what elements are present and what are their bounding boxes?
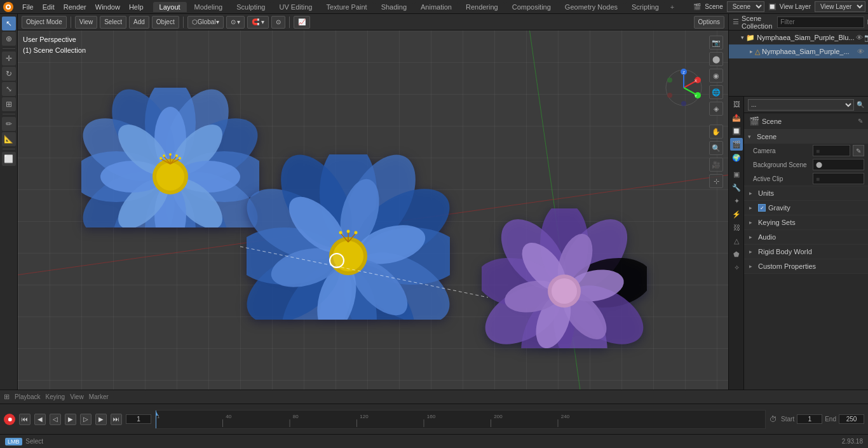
rigid-body-header[interactable]: ▸ Rigid Body World	[744, 245, 868, 259]
gravity-checkbox[interactable]: ✓	[758, 204, 766, 212]
menu-window[interactable]: Window	[91, 2, 125, 12]
menu-edit[interactable]: Edit	[38, 2, 59, 12]
outliner-filter-input[interactable]	[777, 17, 864, 28]
viewport-add-menu[interactable]: Add	[129, 16, 149, 29]
zoom-tool[interactable]: 🔍	[709, 141, 723, 155]
viewport-select-menu[interactable]: Select	[100, 16, 126, 29]
camera-value[interactable]: ■	[813, 145, 850, 156]
camera-edit-btn[interactable]: ✎	[853, 145, 864, 156]
viewport-object-menu[interactable]: Object	[152, 16, 179, 29]
tab-modeling[interactable]: Modeling	[188, 2, 229, 12]
next-keyframe-btn[interactable]: ▷	[80, 414, 92, 425]
record-button[interactable]: ⏺	[4, 414, 15, 425]
prop-modifier-icon[interactable]: 🔧	[730, 181, 743, 194]
options-btn[interactable]: Options	[694, 16, 724, 29]
jump-start-btn[interactable]: ⏮	[19, 414, 31, 425]
scale-tool[interactable]: ⤡	[2, 82, 16, 96]
tab-sculpting[interactable]: Sculpting	[230, 2, 271, 12]
cursor-tool[interactable]: ⊕	[2, 32, 16, 46]
shading-rendered[interactable]: 🌐	[709, 85, 723, 99]
prop-material-icon[interactable]: ⬟	[730, 248, 743, 261]
pivot-point[interactable]: ⊙ ▾	[226, 16, 245, 29]
background-scene-value[interactable]: ⬤	[813, 159, 864, 170]
end-frame-input[interactable]	[839, 414, 864, 424]
prop-render-icon[interactable]: 🖼	[730, 98, 743, 111]
mode-selector[interactable]: Object Mode	[22, 16, 67, 29]
units-header[interactable]: ▸ Units	[744, 186, 868, 200]
rotate-tool[interactable]: ↻	[2, 67, 16, 81]
tab-scripting[interactable]: Scripting	[625, 2, 665, 12]
tab-geometry-nodes[interactable]: Geometry Nodes	[559, 2, 624, 12]
transform-tool[interactable]: ⊞	[2, 97, 16, 111]
prop-physics-icon[interactable]: ⚡	[730, 208, 743, 221]
move-tool[interactable]: ✛	[2, 51, 16, 65]
camera-icon-btn[interactable]: 📷	[709, 36, 723, 50]
playback-menu[interactable]: Playback	[15, 393, 41, 400]
toggle-icon-1[interactable]: ▸	[750, 48, 753, 55]
keying-sets-header[interactable]: ▸ Keying Sets	[744, 215, 868, 229]
tab-compositing[interactable]: Compositing	[506, 2, 557, 12]
transform-orientation[interactable]: ⬡ Global ▾	[187, 16, 224, 29]
add-workspace-btn[interactable]: +	[667, 2, 678, 12]
prop-shaderfx-icon[interactable]: ✧	[730, 261, 743, 274]
select-tool[interactable]: ↖	[2, 17, 16, 31]
mesh-visibility[interactable]: 👁	[857, 48, 864, 55]
tab-uv-editing[interactable]: UV Editing	[273, 2, 318, 12]
viewport-view-menu[interactable]: View	[75, 16, 98, 29]
current-frame-input[interactable]	[126, 414, 151, 424]
prop-world-icon[interactable]: 🌍	[730, 151, 743, 164]
keying-menu[interactable]: Keying	[46, 393, 65, 400]
tab-layout[interactable]: Layout	[153, 2, 187, 12]
hand-tool[interactable]: ✋	[709, 125, 723, 139]
timeline-ruler[interactable]: 1 40 80 120 160 200 240	[155, 410, 766, 429]
prop-output-icon[interactable]: 📤	[730, 111, 743, 124]
origin-tool[interactable]: ⊹	[709, 174, 723, 188]
props-header-select[interactable]: ...	[748, 99, 854, 111]
audio-header[interactable]: ▸ Audio	[744, 230, 868, 244]
custom-props-header[interactable]: ▸ Custom Properties	[744, 259, 868, 273]
toggle-icon-0[interactable]: ▾	[741, 34, 744, 41]
tab-animation[interactable]: Animation	[414, 2, 458, 12]
shading-solid[interactable]: ⬤	[709, 52, 723, 66]
visibility-toggle[interactable]: 👁	[856, 34, 863, 42]
render-toggle[interactable]: 📷	[864, 34, 868, 42]
props-header-search[interactable]: 🔍	[857, 101, 864, 108]
scene-select[interactable]: Scene	[727, 1, 764, 12]
marker-menu[interactable]: Marker	[89, 393, 109, 400]
viewport-canvas[interactable]: User Perspective (1) Scene Collection	[18, 31, 728, 390]
outliner-row-0[interactable]: ▾ 📁 Nymphaea_Siam_Purple_Blu... 👁 📷	[729, 31, 868, 44]
menu-render[interactable]: Render	[59, 2, 91, 12]
view-menu[interactable]: View	[70, 393, 84, 400]
menu-help[interactable]: Help	[125, 2, 148, 12]
navigation-gizmo[interactable]: X Y Z	[665, 69, 703, 107]
overlay-toggle[interactable]: ◈	[709, 102, 723, 116]
outliner-row-1[interactable]: ▸ △ Nymphaea_Siam_Purple_... 👁	[729, 44, 868, 58]
shading-material[interactable]: ◉	[709, 69, 723, 83]
add-cube-tool[interactable]: ⬜	[2, 152, 16, 166]
tab-texture-paint[interactable]: Texture Paint	[320, 2, 373, 12]
prop-constraints-icon[interactable]: ⛓	[730, 221, 743, 234]
play-btn[interactable]: ▶	[65, 414, 76, 425]
graph-editor[interactable]: 📈	[294, 16, 310, 29]
prop-view-layer-icon[interactable]: 🔲	[730, 125, 743, 137]
scene-section-header[interactable]: ▾ Scene	[744, 130, 868, 144]
prev-frame-btn[interactable]: ◀	[34, 414, 46, 425]
measure-tool[interactable]: 📐	[2, 132, 16, 146]
prop-particles-icon[interactable]: ✦	[730, 194, 743, 207]
menu-file[interactable]: File	[18, 2, 38, 12]
camera-view-tool[interactable]: 🎥	[709, 158, 723, 172]
prop-scene-icon[interactable]: 🎬	[730, 138, 743, 151]
snapping[interactable]: 🧲 ▾	[247, 16, 269, 29]
tab-rendering[interactable]: Rendering	[459, 2, 505, 12]
proportional-edit[interactable]: ⊙	[271, 16, 285, 29]
tab-shading[interactable]: Shading	[375, 2, 413, 12]
annotate-tool[interactable]: ✏	[2, 117, 16, 131]
jump-end-btn[interactable]: ⏭	[111, 414, 122, 425]
prop-object-icon[interactable]: ▣	[730, 168, 743, 180]
gravity-header[interactable]: ▸ ✓ Gravity	[744, 201, 868, 215]
view-layer-select[interactable]: View Layer	[815, 1, 865, 12]
props-edit-icon[interactable]: ✎	[858, 118, 863, 125]
next-frame-btn[interactable]: ▶	[95, 414, 107, 425]
active-clip-value[interactable]: ■	[813, 173, 864, 184]
prop-data-icon[interactable]: △	[730, 234, 743, 247]
